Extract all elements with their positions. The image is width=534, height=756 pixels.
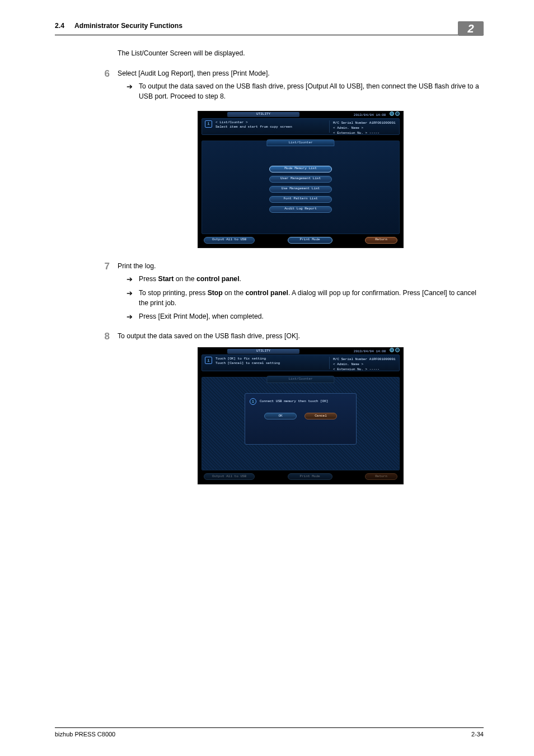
mode-memory-list-button[interactable]: Mode Memory List: [269, 166, 332, 172]
page-footer: bizhub PRESS C8000 2-34: [55, 727, 484, 739]
help-icon[interactable]: [390, 111, 394, 116]
printer-screenshot-2: UTILITY 2013/04/04 14:00 i Touch [OK] to…: [198, 347, 404, 484]
sub-text: To stop printing, press Stop on the cont…: [139, 288, 484, 308]
arrow-icon: [127, 82, 139, 101]
screen-topbar: UTILITY 2013/04/04 14:00: [227, 113, 400, 117]
use-management-list-button[interactable]: Use Management List: [269, 186, 332, 193]
footer-model: bizhub PRESS C8000: [55, 730, 115, 739]
intro-text: The List/Counter Screen will be displaye…: [118, 49, 484, 59]
user-management-list-button[interactable]: User Management List: [269, 176, 332, 183]
status-icon[interactable]: [395, 348, 400, 352]
screen-topbar: UTILITY 2013/04/04 14:00: [227, 349, 400, 353]
step-6: 6 Select [Audit Log Report], then press …: [118, 69, 484, 105]
sub-item: Press [Exit Print Mode], when completed.: [127, 312, 484, 323]
font-pattern-list-button[interactable]: Font Pattern List: [269, 196, 332, 203]
step-text: Select [Audit Log Report], then press [P…: [118, 69, 484, 79]
info-bar: i Touch [OK] to fix setting Touch [Cance…: [202, 354, 400, 371]
info-bar: i < List/Counter > Select item and start…: [202, 118, 400, 135]
sub-item: To output the data saved on the USB flas…: [127, 82, 484, 101]
return-button[interactable]: Return: [365, 237, 397, 244]
machine-info: M/C Serial Number A1RF001000001 < Admin.…: [329, 357, 396, 369]
info-message: < List/Counter > Select item and start f…: [216, 120, 329, 133]
audit-log-report-button[interactable]: Audit Log Report: [269, 206, 332, 213]
step-number: 7: [100, 262, 118, 272]
step-text: Print the log.: [118, 262, 484, 272]
arrow-icon: [127, 312, 139, 323]
step-text: To output the data saved on the USB flas…: [118, 332, 484, 342]
info-icon: i: [250, 398, 256, 405]
datetime: 2013/04/04 14:00: [354, 113, 386, 117]
list-button-stack: Mode Memory List User Management List Us…: [269, 166, 332, 213]
sub-item: Press Start on the control panel.: [127, 274, 484, 285]
sub-text: To output the data saved on the USB flas…: [139, 82, 484, 101]
sub-item: To stop printing, press Stop on the cont…: [127, 288, 484, 308]
printer-screenshot-1: UTILITY 2013/04/04 14:00 i < List/Counte…: [198, 111, 404, 248]
sub-text: Press Start on the control panel.: [139, 274, 484, 285]
output-all-to-usb-button[interactable]: Output All to USB: [204, 237, 255, 244]
step-number: 6: [100, 69, 118, 80]
info-icon: i: [205, 120, 212, 128]
list-counter-tab: List/Counter: [266, 376, 334, 383]
datetime: 2013/04/04 14:00: [354, 349, 386, 353]
section-title: Administrator Security Functions: [74, 21, 458, 31]
cancel-button[interactable]: Cancel: [305, 413, 337, 419]
step-8: 8 To output the data saved on the USB fl…: [118, 332, 484, 342]
screen-main: List/Counter Mode Memory List User Manag…: [202, 141, 400, 234]
print-mode-button: Print Mode: [288, 473, 332, 480]
page-header: 2.4 Administrator Security Functions 2: [55, 19, 484, 35]
info-message: Touch [OK] to fix setting Touch [Cancel]…: [216, 357, 329, 369]
utility-label: UTILITY: [227, 112, 299, 117]
chapter-badge: 2: [458, 21, 484, 36]
help-icon[interactable]: [390, 348, 394, 352]
list-counter-tab[interactable]: List/Counter: [266, 139, 334, 147]
sub-text: Press [Exit Print Mode], when completed.: [139, 312, 484, 323]
step-number: 8: [100, 332, 118, 342]
arrow-icon: [127, 288, 139, 308]
ok-button[interactable]: OK: [264, 413, 297, 419]
status-icon[interactable]: [395, 111, 400, 116]
utility-label: UTILITY: [227, 349, 299, 354]
print-mode-button[interactable]: Print Mode: [288, 237, 332, 244]
screen-bottom-bar: Output All to USB Print Mode Return: [204, 473, 397, 480]
screen-main: List/Counter i Connect USB memory then t…: [202, 377, 400, 470]
step-7: 7 Print the log. Press Start on the cont…: [118, 262, 484, 326]
info-icon: i: [205, 357, 212, 364]
machine-info: M/C Serial Number A1RF001000001 < Admin.…: [329, 120, 396, 133]
usb-dialog: i Connect USB memory then touch [OK] OK …: [245, 393, 357, 445]
return-button: Return: [365, 473, 397, 480]
screen-bottom-bar: Output All to USB Print Mode Return: [204, 236, 397, 244]
arrow-icon: [127, 274, 139, 285]
content-column: The List/Counter Screen will be displaye…: [118, 49, 484, 484]
dialog-message: Connect USB memory then touch [OK]: [260, 399, 328, 404]
output-all-to-usb-button: Output All to USB: [204, 473, 255, 480]
section-number: 2.4: [55, 21, 64, 31]
footer-page-number: 2-34: [471, 730, 484, 739]
